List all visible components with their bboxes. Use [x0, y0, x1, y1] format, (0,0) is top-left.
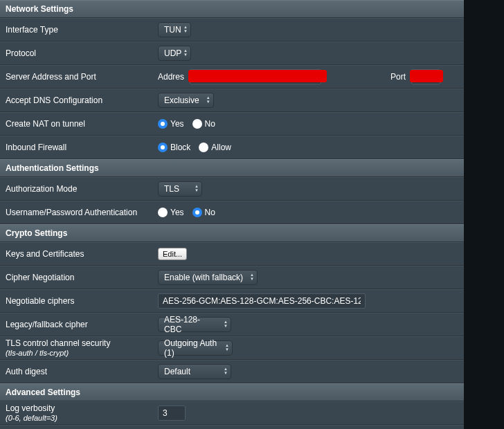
row-log-verbosity: Log verbosity (0-6, default=3) — [0, 401, 464, 425]
label-auth-digest: Auth digest — [6, 367, 158, 376]
label-inbound-firewall: Inbound Firewall — [6, 143, 158, 152]
updown-caret-icon: ▲▼ — [224, 367, 228, 375]
updown-caret-icon: ▲▼ — [195, 184, 199, 192]
select-value: AES-128-CBC — [164, 315, 217, 334]
select-accept-dns[interactable]: Exclusive ▲▼ — [158, 93, 214, 108]
row-keys-certs: Keys and Certificates Edit... — [0, 242, 464, 266]
row-server-address: Server Address and Port Addres Port — [0, 65, 464, 89]
label-authz-mode: Authorization Mode — [6, 184, 158, 194]
radio-userpass-no[interactable] — [192, 208, 202, 217]
row-accept-dns: Accept DNS Configuration Exclusive ▲▼ — [0, 89, 464, 112]
updown-caret-icon: ▲▼ — [183, 25, 188, 33]
row-compression: Compression LZO Adaptive ▲▼ — [0, 425, 464, 429]
radio-label-yes: Yes — [170, 119, 184, 129]
server-address-sublabel: Addres — [158, 72, 184, 82]
select-protocol[interactable]: UDP ▲▼ — [158, 46, 191, 61]
redacted-port — [410, 70, 443, 82]
label-interface-type: Interface Type — [6, 25, 158, 35]
label-create-nat: Create NAT on tunnel — [6, 119, 158, 129]
select-value: UDP — [164, 48, 181, 58]
label-tls-control: TLS control channel security (tls-auth /… — [6, 338, 158, 358]
input-log-verbosity[interactable] — [158, 405, 186, 421]
radio-create-nat-no[interactable] — [192, 119, 202, 129]
select-legacy-cipher[interactable]: AES-128-CBC ▲▼ — [158, 317, 231, 332]
row-inbound-firewall: Inbound Firewall Block Allow — [0, 136, 464, 159]
updown-caret-icon: ▲▼ — [206, 95, 210, 104]
label-accept-dns: Accept DNS Configuration — [6, 95, 158, 105]
radio-group-inbound-firewall: Block Allow — [158, 143, 237, 152]
label-protocol: Protocol — [6, 48, 158, 58]
row-cipher-neg: Cipher Negotiation Enable (with fallback… — [0, 266, 464, 289]
radio-label-block: Block — [170, 143, 190, 152]
settings-scroll-container[interactable]: Network Settings Interface Type TUN ▲▼ P… — [0, 0, 464, 429]
select-value: Enable (with fallback) — [164, 273, 243, 282]
label-legacy-cipher: Legacy/fallback cipher — [6, 320, 158, 329]
section-header-auth: Authentication Settings — [0, 159, 464, 177]
radio-label-allow: Allow — [211, 143, 231, 152]
radio-create-nat-yes[interactable] — [158, 119, 168, 129]
section-header-crypto: Crypto Settings — [0, 224, 464, 242]
redacted-address — [188, 70, 327, 82]
select-tls-control[interactable]: Outgoing Auth (1) ▲▼ — [158, 340, 233, 356]
label-cipher-neg: Cipher Negotiation — [6, 273, 158, 282]
select-auth-digest[interactable]: Default ▲▼ — [158, 364, 231, 379]
radio-label-no: No — [205, 208, 215, 217]
section-header-advanced: Advanced Settings — [0, 383, 464, 401]
radio-firewall-block[interactable] — [158, 143, 168, 152]
updown-caret-icon: ▲▼ — [224, 320, 228, 328]
label-neg-ciphers: Negotiable ciphers — [6, 296, 158, 306]
row-protocol: Protocol UDP ▲▼ — [0, 42, 464, 65]
select-value: Exclusive — [164, 95, 199, 105]
updown-caret-icon: ▲▼ — [183, 48, 188, 57]
radio-userpass-yes[interactable] — [158, 208, 168, 217]
select-value: TLS — [164, 184, 179, 194]
select-interface-type[interactable]: TUN ▲▼ — [158, 22, 191, 37]
label-keys-certs: Keys and Certificates — [6, 249, 158, 259]
radio-firewall-allow[interactable] — [199, 143, 208, 152]
select-authz-mode[interactable]: TLS ▲▼ — [158, 181, 202, 197]
row-neg-ciphers: Negotiable ciphers — [0, 289, 464, 313]
radio-group-userpass: Yes No — [158, 208, 221, 217]
edit-keys-button[interactable]: Edit... — [158, 248, 187, 260]
select-value: Outgoing Auth (1) — [164, 338, 218, 358]
server-port-sublabel: Port — [390, 72, 406, 82]
row-tls-control: TLS control channel security (tls-auth /… — [0, 336, 464, 360]
row-authz-mode: Authorization Mode TLS ▲▼ — [0, 177, 464, 201]
label-userpass-auth: Username/Password Authentication — [6, 208, 158, 217]
row-create-nat: Create NAT on tunnel Yes No — [0, 112, 464, 136]
updown-caret-icon: ▲▼ — [225, 343, 229, 352]
input-negotiable-ciphers[interactable] — [158, 293, 366, 309]
radio-group-create-nat: Yes No — [158, 119, 221, 129]
label-server-address: Server Address and Port — [6, 72, 158, 82]
row-auth-digest: Auth digest Default ▲▼ — [0, 360, 464, 383]
section-header-network: Network Settings — [0, 0, 464, 18]
radio-label-no: No — [205, 119, 215, 129]
row-legacy-cipher: Legacy/fallback cipher AES-128-CBC ▲▼ — [0, 313, 464, 336]
label-log-verbosity: Log verbosity (0-6, default=3) — [6, 403, 158, 423]
outside-panel-area — [464, 0, 504, 429]
row-userpass-auth: Username/Password Authentication Yes No — [0, 201, 464, 224]
select-value: TUN — [164, 25, 181, 35]
updown-caret-icon: ▲▼ — [250, 273, 254, 281]
row-interface-type: Interface Type TUN ▲▼ — [0, 18, 464, 42]
select-cipher-neg[interactable]: Enable (with fallback) ▲▼ — [158, 270, 258, 285]
select-value: Default — [164, 367, 190, 376]
radio-label-yes: Yes — [170, 208, 184, 217]
